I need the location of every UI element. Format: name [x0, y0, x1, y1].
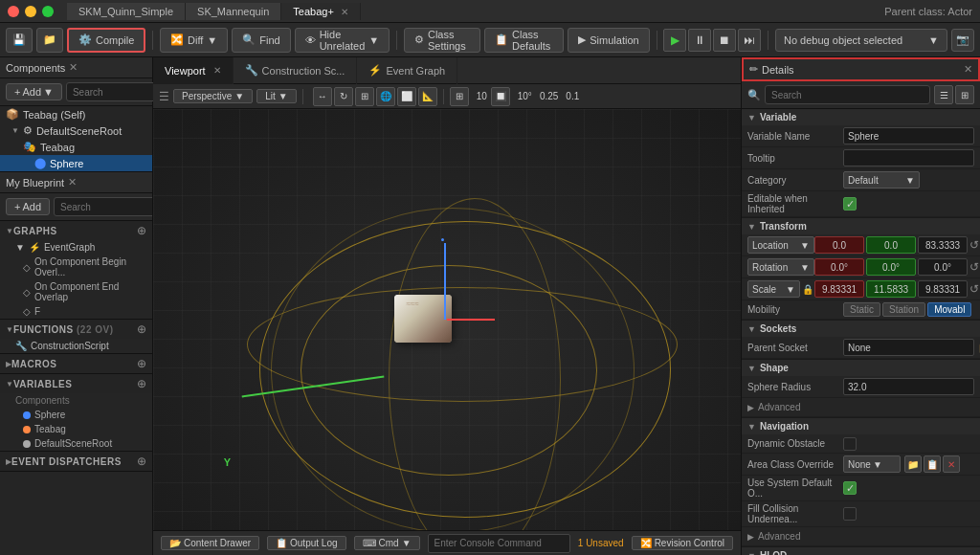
hlod-section-header[interactable]: ▼ HLOD	[742, 547, 980, 555]
tree-item-sphere[interactable]: ⬤ Sphere	[0, 155, 152, 171]
macros-section-header[interactable]: ▶ MACROS ⊕	[0, 354, 152, 373]
transform-section-header[interactable]: ▼ Transform	[742, 218, 980, 234]
class-defaults-button[interactable]: 📋 Class Defaults	[484, 28, 564, 53]
components-close-button[interactable]: ✕	[69, 61, 78, 74]
variable-tooltip-input[interactable]	[843, 149, 974, 166]
location-x-input[interactable]	[814, 236, 864, 254]
class-settings-button[interactable]: ⚙ Class Settings	[404, 28, 480, 53]
location-reset-icon[interactable]: ↺	[969, 238, 979, 252]
construction-tab[interactable]: 🔧 Construction Sc...	[234, 57, 358, 84]
scale-z-input[interactable]	[918, 280, 968, 298]
graphs-section-header[interactable]: ▼ GRAPHS ⊕	[0, 221, 152, 240]
shape-advanced-row[interactable]: ▶ Advanced	[742, 398, 980, 417]
angle-icon[interactable]: 🔲	[491, 87, 510, 106]
scale-icon[interactable]: ⊞	[355, 87, 374, 106]
blueprint-search-input[interactable]	[54, 197, 152, 216]
blueprint-close-button[interactable]: ✕	[68, 176, 77, 189]
dispatchers-add-icon[interactable]: ⊕	[137, 455, 146, 468]
functions-add-icon[interactable]: ⊕	[137, 322, 146, 336]
close-dot[interactable]	[8, 6, 19, 17]
location-dropdown[interactable]: Location ▼	[747, 236, 814, 254]
snap-icon[interactable]: 📐	[418, 87, 437, 106]
stop-button[interactable]: ⏹	[713, 29, 736, 52]
tab-sk-mannequin[interactable]: SK_Mannequin	[186, 3, 281, 20]
variable-category-dropdown[interactable]: Default ▼	[843, 171, 920, 189]
surface-icon[interactable]: ⬜	[397, 87, 416, 106]
f-item[interactable]: ◇ F	[0, 304, 152, 319]
world-icon[interactable]: 🌐	[376, 87, 395, 106]
area-class-clear-icon[interactable]: ✕	[943, 455, 960, 473]
grid-icon[interactable]: ⊞	[450, 87, 469, 106]
list-view-icon[interactable]: ☰	[934, 85, 953, 104]
sockets-section-header[interactable]: ▼ Sockets	[742, 321, 980, 337]
event-graph-tab[interactable]: ⚡ Event Graph	[357, 57, 457, 84]
macros-add-icon[interactable]: ⊕	[137, 357, 146, 370]
lit-button[interactable]: Lit ▼	[256, 89, 296, 103]
rotation-x-input[interactable]	[814, 258, 864, 276]
grid-view-icon[interactable]: ⊞	[955, 85, 974, 104]
tree-item-default-scene-root[interactable]: ▼ ⚙ DefaultSceneRoot	[0, 122, 152, 139]
debug-camera-button[interactable]: 📷	[951, 29, 974, 52]
console-input[interactable]	[428, 534, 570, 553]
variables-add-icon[interactable]: ⊕	[137, 377, 146, 390]
step-button[interactable]: ⏭	[738, 29, 761, 52]
lock-icon[interactable]: 🔒	[802, 284, 813, 295]
navigation-section-header[interactable]: ▼ Navigation	[742, 418, 980, 434]
add-blueprint-button[interactable]: + Add	[6, 198, 50, 215]
parent-socket-input[interactable]	[843, 339, 974, 356]
shape-section-header[interactable]: ▼ Shape	[742, 360, 980, 376]
area-class-browse-icon[interactable]: 📁	[904, 455, 922, 473]
area-class-copy-icon[interactable]: 📋	[924, 455, 941, 473]
viewport-canvas[interactable]: ≈≈≈ Y 📂 Content Drawer	[153, 109, 741, 555]
dynamic-obstacle-checkbox[interactable]	[843, 437, 857, 451]
revision-control-button[interactable]: 🔀 Revision Control	[632, 536, 733, 550]
play-button[interactable]: ▶	[663, 29, 686, 52]
var-sphere-item[interactable]: Sphere	[0, 408, 152, 422]
compile-button[interactable]: ⚙️ Compile	[67, 28, 145, 53]
output-log-button[interactable]: 📋 Output Log	[267, 536, 345, 550]
var-defaultsceneroot-item[interactable]: DefaultSceneRoot	[0, 436, 152, 451]
viewport-tab-close[interactable]: ✕	[213, 65, 221, 76]
functions-section-header[interactable]: ▼ FUNCTIONS (22 ov) ⊕	[0, 320, 152, 339]
fill-collision-checkbox[interactable]	[843, 507, 857, 521]
graphs-add-icon[interactable]: ⊕	[137, 224, 146, 237]
var-teabag-item[interactable]: Teabag	[0, 422, 152, 436]
play-pause-button[interactable]: ⏸	[688, 29, 711, 52]
browse-button[interactable]: 📁	[36, 28, 63, 53]
location-z-input[interactable]	[918, 236, 968, 254]
on-begin-overlap-item[interactable]: ◇ On Component Begin Overl...	[0, 255, 152, 279]
tab-teabag-close[interactable]: ✕	[341, 7, 348, 17]
tab-teabag[interactable]: Teabag+ ✕	[281, 3, 361, 20]
scale-reset-icon[interactable]: ↺	[969, 282, 979, 296]
details-close-button[interactable]: ✕	[964, 63, 972, 76]
sphere-radius-input[interactable]	[843, 378, 974, 395]
diff-button[interactable]: 🔀 Diff ▼	[160, 28, 228, 53]
rotation-z-input[interactable]	[918, 258, 968, 276]
scale-y-input[interactable]	[866, 280, 916, 298]
tree-item-teabag-self[interactable]: 📦 Teabag (Self)	[0, 106, 152, 122]
minimize-dot[interactable]	[25, 6, 36, 17]
hamburger-icon[interactable]: ☰	[159, 90, 169, 103]
construction-script-item[interactable]: 🔧 ConstructionScript	[0, 339, 152, 353]
scale-x-input[interactable]	[814, 280, 864, 298]
movable-button[interactable]: Movabl	[927, 302, 971, 317]
rotation-reset-icon[interactable]: ↺	[969, 260, 979, 274]
save-button[interactable]: 💾	[6, 28, 33, 53]
scale-dropdown[interactable]: Scale ▼	[747, 280, 800, 298]
rotation-y-input[interactable]	[866, 258, 916, 276]
tab-skm-quinn[interactable]: SKM_Quinn_Simple	[67, 3, 186, 20]
location-y-input[interactable]	[866, 236, 916, 254]
variable-name-input[interactable]	[843, 127, 974, 144]
tree-item-teabag[interactable]: 🎭 Teabag	[0, 139, 152, 155]
perspective-button[interactable]: Perspective ▼	[173, 89, 253, 103]
add-component-button[interactable]: + Add ▼	[6, 83, 62, 100]
viewport-tab[interactable]: Viewport ✕	[153, 57, 234, 84]
static-button[interactable]: Static	[843, 302, 880, 317]
rotate-icon[interactable]: ↻	[334, 87, 353, 106]
use-system-default-checkbox[interactable]: ✓	[843, 481, 857, 495]
cmd-button[interactable]: ⌨ Cmd ▼	[354, 536, 420, 550]
maximize-dot[interactable]	[42, 6, 54, 17]
move-icon[interactable]: ↔	[313, 87, 332, 106]
details-search-input[interactable]	[765, 85, 930, 104]
simulation-button[interactable]: ▶ Simulation	[568, 28, 649, 53]
